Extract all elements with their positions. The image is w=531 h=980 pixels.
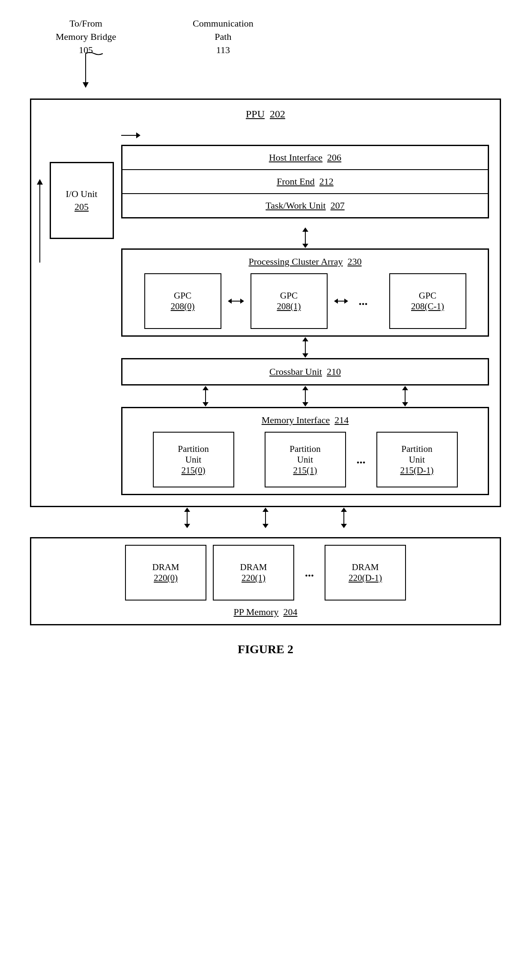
ppu-box: PPU 202 I/O Unit 205: [30, 99, 501, 507]
memory-interface-box: Memory Interface 214 Partition Unit 215(…: [121, 407, 489, 495]
gpc-row: GPC 208(0) GPC 208(1): [129, 273, 481, 329]
top-arrow-svg: [69, 51, 120, 94]
front-end-row: Front End 212: [122, 170, 488, 194]
pca-text: Processing Cluster Array: [249, 256, 343, 267]
dramN-num: 220(D-1): [349, 573, 382, 583]
host-interface-label: Host Interface: [269, 152, 322, 163]
partition1-line2: Unit: [297, 454, 313, 465]
dram0-label: DRAM: [152, 562, 179, 573]
right-column: Host Interface 206 Front End 212 Task/Wo…: [121, 128, 489, 495]
dram0-box: DRAM 220(0): [125, 545, 206, 601]
pp-memory-label: PP Memory 204: [38, 607, 493, 618]
memory-interface-text: Memory Interface: [262, 415, 330, 425]
partition1-num: 215(1): [293, 465, 317, 475]
host-interface-num: 206: [327, 152, 341, 163]
pca-num: 230: [347, 256, 361, 267]
partition0-num: 215(0): [182, 465, 206, 475]
partitionN-line2: Unit: [409, 454, 425, 465]
pp-memory-num: 204: [283, 607, 297, 617]
ppu-text: PPU: [246, 108, 265, 120]
partition-dots: ...: [352, 453, 370, 466]
dram-dots: ...: [301, 566, 318, 580]
partitionN-box: Partition Unit 215(D-1): [376, 432, 458, 487]
crossbar-num: 210: [327, 366, 341, 377]
ppu-num: 202: [270, 108, 285, 120]
partition0-line2: Unit: [185, 454, 201, 465]
gpc-dots: ...: [355, 294, 372, 308]
partition-to-dram-arrows: [30, 507, 501, 529]
crossbar-to-partition-arrows: [121, 385, 489, 407]
gpc0-label: GPC: [174, 290, 191, 301]
gpc0-box: GPC 208(0): [144, 273, 221, 329]
partition1-line1: Partition: [289, 444, 320, 454]
front-end-label: Front End: [277, 176, 315, 187]
task-work-label: Task/Work Unit: [266, 200, 325, 211]
front-end-num: 212: [319, 176, 334, 187]
gpc1-gpcN-arrow: [334, 299, 348, 304]
partition0-line1: Partition: [178, 444, 209, 454]
gpc0-gpc1-arrow: [228, 299, 244, 304]
io-unit-num: 205: [75, 201, 89, 212]
partition-row: Partition Unit 215(0) ... Partition Unit…: [129, 432, 481, 487]
dramN-label: DRAM: [352, 562, 379, 573]
partition0-box: Partition Unit 215(0): [153, 432, 234, 487]
partitionN-line1: Partition: [401, 444, 432, 454]
pca-box: Processing Cluster Array 230 GPC 208(0): [121, 248, 489, 337]
crossbar-label: Crossbar Unit: [269, 366, 322, 377]
io-unit-box: I/O Unit 205: [50, 162, 114, 239]
gpc1-label: GPC: [280, 290, 298, 301]
io-crossbar-svg: [33, 177, 55, 477]
gpcN-num: 208(C-1): [411, 301, 444, 311]
task-work-num: 207: [331, 200, 345, 211]
svg-marker-1: [83, 82, 89, 88]
gpcN-label: GPC: [419, 290, 436, 301]
gpcN-box: GPC 208(C-1): [389, 273, 466, 329]
memory-interface-num: 214: [334, 415, 349, 425]
pca-label: Processing Cluster Array 230: [129, 256, 481, 267]
dramN-box: DRAM 220(D-1): [325, 545, 406, 601]
dram0-num: 220(0): [154, 573, 178, 583]
pca-to-crossbar-arrow: [121, 337, 489, 358]
ppu-label: PPU 202: [42, 108, 489, 120]
dram-row: DRAM 220(0) DRAM 220(1) ... DRAM 220(D-1…: [38, 545, 493, 601]
dram1-box: DRAM 220(1): [213, 545, 294, 601]
io-unit-label: I/O Unit: [66, 188, 98, 200]
page-container: To/From Memory Bridge 105 Communication …: [30, 17, 501, 656]
gpc0-num: 208(0): [171, 301, 195, 311]
crossbar-box: Crossbar Unit 210: [121, 358, 489, 385]
hft-box: Host Interface 206 Front End 212 Task/Wo…: [121, 145, 489, 218]
io-to-hft-arrow: [121, 128, 489, 143]
dram1-label: DRAM: [240, 562, 267, 573]
svg-marker-3: [37, 179, 43, 185]
task-work-row: Task/Work Unit 207: [122, 194, 488, 217]
pp-memory-text: PP Memory: [234, 607, 279, 617]
comm-path-label: Communication Path 113: [193, 17, 254, 57]
gpc1-num: 208(1): [277, 301, 301, 311]
memory-interface-label: Memory Interface 214: [129, 415, 481, 426]
figure-label: FIGURE 2: [238, 642, 293, 656]
to-from-label: To/From Memory Bridge 105: [56, 17, 116, 57]
hft-to-pca-arrow: [121, 227, 489, 248]
partition1-box: Partition Unit 215(1): [265, 432, 346, 487]
pp-memory-box: DRAM 220(0) DRAM 220(1) ... DRAM 220(D-1…: [30, 537, 501, 625]
dram1-num: 220(1): [242, 573, 266, 583]
partitionN-num: 215(D-1): [400, 465, 433, 475]
gpc1-box: GPC 208(1): [251, 273, 328, 329]
host-interface-row: Host Interface 206: [122, 146, 488, 170]
